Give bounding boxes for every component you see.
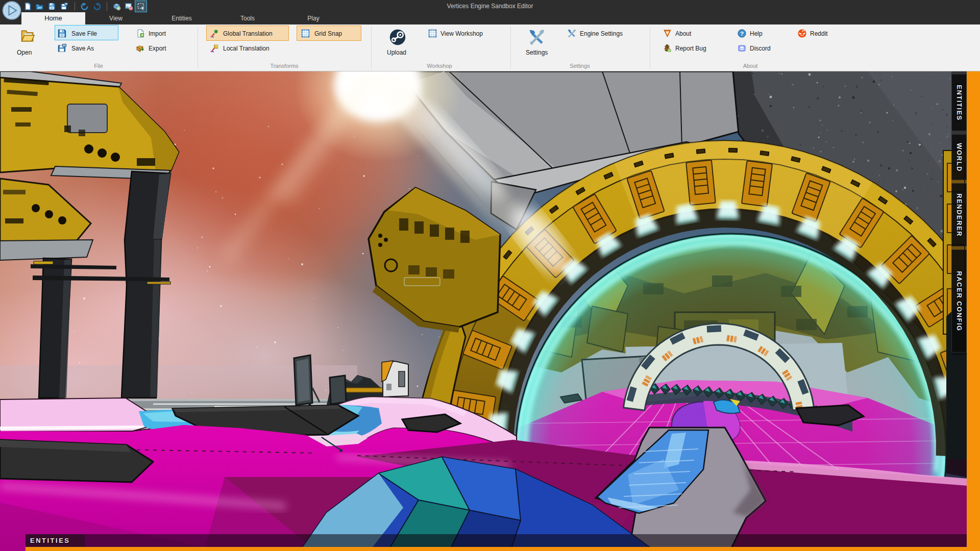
svg-text:?: ? — [740, 30, 744, 37]
